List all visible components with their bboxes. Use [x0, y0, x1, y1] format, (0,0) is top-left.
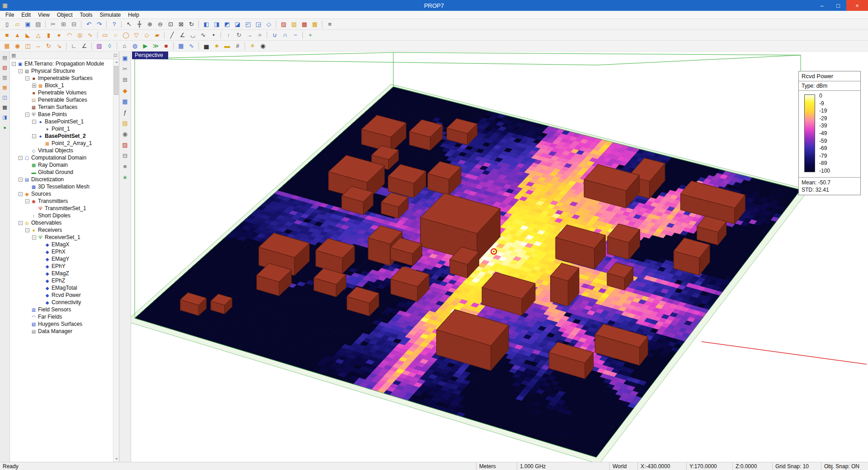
tree-item[interactable]: ◆ EMagTotal [10, 284, 119, 291]
cut-plane-icon[interactable]: ✂ [120, 64, 130, 74]
batch-simulation-icon[interactable]: ≫ [151, 42, 161, 51]
draw-line-icon[interactable]: ╱ [167, 31, 177, 40]
tree-expander-icon[interactable]: - [32, 120, 36, 124]
tree-item[interactable]: - ● BasePointSet_2 [10, 132, 119, 140]
draw-sphere-icon[interactable]: ● [54, 31, 64, 40]
tree-expander-icon[interactable]: - [19, 69, 23, 73]
draw-triangle-plate-icon[interactable]: ▽ [131, 31, 142, 40]
boolean-subtract-icon[interactable]: − [290, 31, 301, 40]
home-view-icon[interactable]: ⌂ [119, 42, 130, 51]
viewport-3d-canvas[interactable] [131, 52, 868, 462]
plot-results-icon[interactable]: ▅ [201, 42, 212, 51]
tree-item[interactable]: ▧ Huygens Surfaces [10, 320, 119, 328]
loft-icon[interactable]: ≈ [255, 31, 265, 40]
tree-item[interactable]: - ▣ EM.Terrano: Propagation Module [10, 60, 119, 67]
draw-curve-icon[interactable]: ∿ [198, 31, 208, 40]
tree-item[interactable]: - ● BasePointSet_1 [10, 118, 119, 125]
dock-views-icon[interactable]: ◨ [0, 113, 9, 122]
tree-expander-icon[interactable]: - [32, 235, 36, 240]
tree-item[interactable]: - ◉ Sources [10, 190, 119, 197]
grid-table-icon[interactable]: ▦ [120, 97, 130, 106]
camera-settings-icon[interactable]: ◉ [258, 42, 268, 51]
hide-object-icon[interactable]: ▨ [278, 20, 289, 29]
draw-strip-icon[interactable]: ▰ [152, 31, 162, 40]
tree-item[interactable]: ◆ EMagZ [10, 270, 119, 277]
tree-item[interactable]: ◆ EPhZ [10, 277, 119, 284]
view-perspective-icon[interactable]: ◇ [264, 20, 274, 29]
zoom-extents-icon[interactable]: ⊠ [176, 20, 186, 29]
tree-item[interactable]: Ψ TransmitterSet_1 [10, 205, 119, 212]
mesh-settings-icon[interactable]: ▦ [176, 42, 186, 51]
tree-item[interactable]: - ▤ Discretization [10, 176, 119, 183]
tree-item[interactable]: ● Point_1 [10, 125, 119, 132]
move-object-icon[interactable]: ↔ [33, 42, 43, 51]
open-file-icon[interactable]: ▱ [12, 20, 23, 29]
mirror-object-icon[interactable]: ◫ [23, 42, 33, 51]
dock-geometry-icon[interactable]: ▦ [0, 83, 9, 92]
refresh-view-icon[interactable]: ∗ [120, 173, 130, 182]
view-left-icon[interactable]: ◩ [222, 20, 232, 29]
draw-arc-icon[interactable]: ◡ [188, 31, 198, 40]
dock-modules-icon[interactable]: ▤ [0, 53, 9, 62]
tree-expander-icon[interactable]: - [32, 134, 36, 138]
tree-item[interactable]: ◆ EMagY [10, 255, 119, 263]
tree-item[interactable]: - ▧ Physical Structure [10, 67, 119, 75]
tree-item[interactable]: ▦ 3D Tessellation Mesh [10, 183, 119, 190]
minimize-button[interactable]: – [814, 0, 830, 11]
tree-item[interactable]: ◇ Virtual Objects [10, 147, 119, 154]
tree-item[interactable]: ▥ Field Sensors [10, 306, 119, 313]
list-view-icon[interactable]: ≡ [120, 162, 130, 171]
draw-circle-plate-icon[interactable]: ○ [110, 31, 121, 40]
view-back-icon[interactable]: ◨ [212, 20, 222, 29]
print-icon[interactable]: ▤ [33, 20, 43, 29]
paint-materials-icon[interactable]: ▨ [120, 140, 130, 150]
units-settings-icon[interactable]: ◊ [104, 42, 115, 51]
view-top-icon[interactable]: ◰ [243, 20, 253, 29]
pan-view-icon[interactable]: ╋ [134, 20, 145, 29]
tree-expander-icon[interactable]: - [19, 192, 23, 196]
tree-expander-icon[interactable]: - [25, 76, 29, 80]
maximize-button[interactable]: □ [830, 0, 846, 11]
tree-item[interactable]: ◆ EMagX [10, 241, 119, 248]
save-file-icon[interactable]: ▣ [23, 20, 33, 29]
status-grid-snap[interactable]: Grid Snap: 10 [772, 462, 821, 470]
dock-domain-icon[interactable]: ◫ [0, 93, 9, 102]
menu-tools[interactable]: Tools [76, 11, 96, 19]
duplicate-view-icon[interactable]: ⊞ [120, 75, 130, 85]
rotate-object-icon[interactable]: ↻ [43, 42, 54, 51]
tree-expander-icon[interactable]: - [25, 113, 29, 117]
solid-view-icon[interactable]: ◆ [120, 86, 130, 95]
tree-item[interactable]: ◆ EPhX [10, 248, 119, 255]
scroll-down-icon[interactable] [115, 458, 118, 460]
rotate-view-icon[interactable]: ↻ [186, 20, 197, 29]
tree-item[interactable]: ▦ Terrain Surfaces [10, 103, 119, 111]
help-icon[interactable]: ? [109, 20, 119, 29]
undo-icon[interactable]: ↶ [84, 20, 94, 29]
tree-item[interactable]: ▦ Point_2_Array_1 [10, 140, 119, 147]
snapshot-icon[interactable]: ◉ [120, 129, 130, 139]
scale-object-icon[interactable]: ↘ [54, 42, 64, 51]
draw-helix-icon[interactable]: ∿ [85, 31, 95, 40]
tree-item[interactable]: + ▦ Block_1 [10, 82, 119, 89]
menu-file[interactable]: File [2, 11, 18, 19]
tree-expander-icon[interactable]: - [19, 156, 23, 160]
sweep-icon[interactable]: → [244, 31, 255, 40]
close-button[interactable]: × [846, 0, 868, 11]
menu-help[interactable]: Help [124, 11, 143, 19]
redo-icon[interactable]: ↷ [94, 20, 104, 29]
draw-pyramid-icon[interactable]: ▲ [12, 31, 23, 40]
tree-grid-icon[interactable]: ▦ [11, 52, 16, 58]
dock-physical-icon[interactable]: ▧ [0, 63, 9, 72]
boolean-union-icon[interactable]: ∪ [269, 31, 280, 40]
status-object-snap[interactable]: Obj. Snap: ON [821, 462, 868, 470]
cut-icon[interactable]: ✂ [48, 20, 58, 29]
draw-ellipse-plate-icon[interactable]: ◯ [121, 31, 131, 40]
tree-item[interactable]: - ◉ Transmitters [10, 197, 119, 205]
tree-item[interactable]: ↕ Short Dipoles [10, 212, 119, 219]
tree-item[interactable]: - Ψ ReceiverSet_1 [10, 234, 119, 241]
draw-polyline-icon[interactable]: ∠ [177, 31, 188, 40]
tree-item[interactable]: ◆ Connectivity [10, 299, 119, 306]
menu-view[interactable]: View [34, 11, 53, 19]
tree-pin-icon[interactable]: ⊡ [113, 52, 118, 58]
draw-cone-icon[interactable]: △ [33, 31, 43, 40]
